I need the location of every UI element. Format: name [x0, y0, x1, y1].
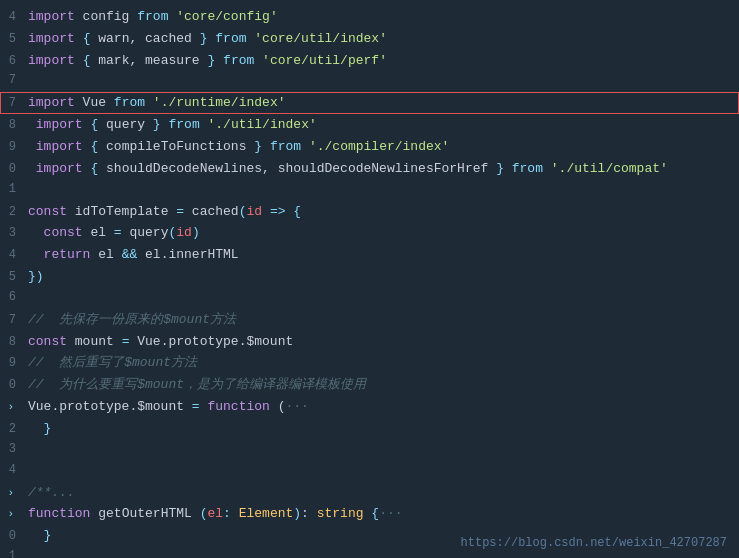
line-number: ›	[0, 505, 28, 525]
code-line: 1	[0, 180, 739, 201]
code-line: 8 import { query } from './util/index'	[0, 114, 739, 136]
line-content: return el && el.innerHTML	[28, 244, 731, 265]
line-content: import { query } from './util/index'	[28, 114, 731, 135]
line-content: function getOuterHTML (el: Element): str…	[28, 503, 731, 524]
line-content: import { warn, cached } from 'core/util/…	[28, 28, 731, 49]
code-line: 0 import { shouldDecodeNewlines, shouldD…	[0, 158, 739, 180]
line-number: 1	[0, 547, 28, 558]
line-number: 8	[0, 116, 28, 136]
line-number: 4	[0, 8, 28, 28]
code-line: 7// 先保存一份原来的$mount方法	[0, 309, 739, 331]
line-number: 3	[0, 224, 28, 244]
code-line: 4	[0, 461, 739, 482]
line-number: 0	[0, 376, 28, 396]
line-number: 7	[0, 71, 28, 91]
code-line: ›function getOuterHTML (el: Element): st…	[0, 503, 739, 525]
line-number: 2	[0, 420, 28, 440]
code-line: 2const idToTemplate = cached(id => {	[0, 201, 739, 223]
code-line: 5import { warn, cached } from 'core/util…	[0, 28, 739, 50]
code-line: 5})	[0, 266, 739, 288]
code-line: 7	[0, 71, 739, 92]
code-line: 0// 为什么要重写$mount，是为了给编译器编译模板使用	[0, 374, 739, 396]
line-content: // 先保存一份原来的$mount方法	[28, 309, 731, 330]
code-line: 4import config from 'core/config'	[0, 6, 739, 28]
line-number: 8	[0, 333, 28, 353]
line-number: 5	[0, 268, 28, 288]
line-number: 9	[0, 138, 28, 158]
code-line: 7import Vue from './runtime/index'	[0, 92, 739, 114]
code-line: 8const mount = Vue.prototype.$mount	[0, 331, 739, 353]
code-line: ›Vue.prototype.$mount = function (···	[0, 396, 739, 418]
line-number: 4	[0, 461, 28, 481]
line-content: import { shouldDecodeNewlines, shouldDec…	[28, 158, 731, 179]
line-content: const el = query(id)	[28, 222, 731, 243]
url-watermark: https://blog.csdn.net/weixin_42707287	[461, 536, 727, 550]
line-number: 7	[0, 311, 28, 331]
line-number: 0	[0, 527, 28, 547]
code-editor: 4import config from 'core/config'5import…	[0, 0, 739, 558]
line-content: // 为什么要重写$mount，是为了给编译器编译模板使用	[28, 374, 731, 395]
code-line: 2 }	[0, 418, 739, 440]
line-number: 9	[0, 354, 28, 374]
line-number: 7	[0, 94, 28, 114]
code-line: 3	[0, 440, 739, 461]
line-content: }	[28, 418, 731, 439]
line-content: const mount = Vue.prototype.$mount	[28, 331, 731, 352]
line-number: ›	[0, 484, 28, 504]
line-number: 6	[0, 288, 28, 308]
code-line: 6	[0, 288, 739, 309]
line-content: })	[28, 266, 731, 287]
line-content: Vue.prototype.$mount = function (···	[28, 396, 731, 417]
line-content: import { mark, measure } from 'core/util…	[28, 50, 731, 71]
line-content: // 然后重写了$mount方法	[28, 352, 731, 373]
line-number: 4	[0, 246, 28, 266]
line-content: import { compileToFunctions } from './co…	[28, 136, 731, 157]
line-number: 5	[0, 30, 28, 50]
line-number: 3	[0, 440, 28, 460]
line-number: 0	[0, 160, 28, 180]
code-line: 4 return el && el.innerHTML	[0, 244, 739, 266]
line-number: 1	[0, 180, 28, 200]
line-content: /**...	[28, 482, 731, 503]
line-number: 2	[0, 203, 28, 223]
code-line: 6import { mark, measure } from 'core/uti…	[0, 50, 739, 72]
line-number: ›	[0, 398, 28, 418]
code-line: ›/**...	[0, 482, 739, 504]
code-line: 3 const el = query(id)	[0, 222, 739, 244]
line-content: const idToTemplate = cached(id => {	[28, 201, 731, 222]
code-line: 9 import { compileToFunctions } from './…	[0, 136, 739, 158]
line-number: 6	[0, 52, 28, 72]
line-content: import Vue from './runtime/index'	[28, 92, 731, 113]
code-line: 9// 然后重写了$mount方法	[0, 352, 739, 374]
line-content: import config from 'core/config'	[28, 6, 731, 27]
